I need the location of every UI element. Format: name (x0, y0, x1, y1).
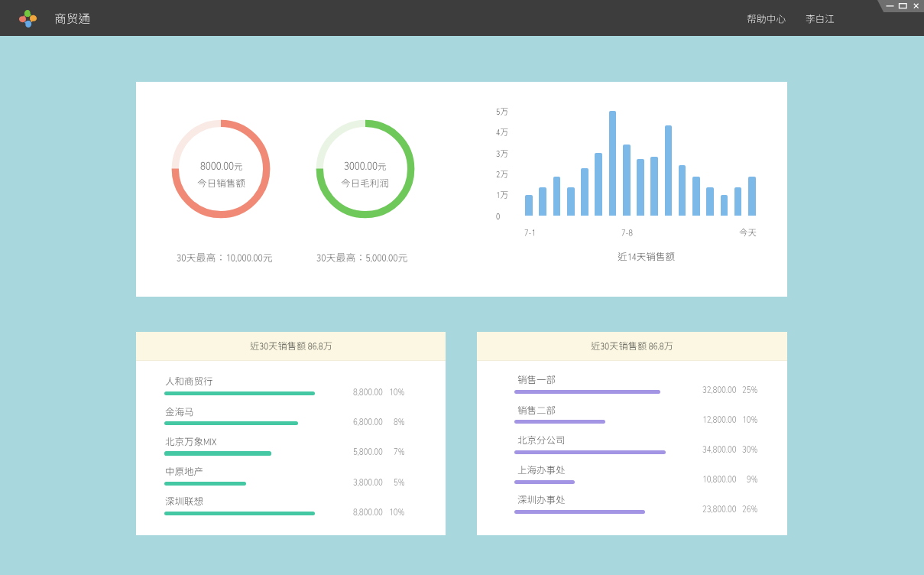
trend-bar (539, 187, 546, 216)
user-name[interactable]: 李白江 (806, 14, 835, 24)
ranking-bar (164, 482, 246, 486)
department-row-value: 10,800.00 (702, 474, 737, 483)
y-axis-tick-5: 5万 (496, 107, 508, 115)
ranking-bar (164, 451, 271, 455)
customer-row-label: 中原地产 (165, 466, 203, 476)
trend-bar (595, 153, 602, 216)
gauge-sales-caption: 今日销售额 (197, 178, 245, 188)
x-axis-tick-2: 今天 (739, 228, 757, 237)
gauge-sales-footnote: 30天最高：10,000.00元 (177, 252, 273, 262)
department-row-label: 北京分公司 (517, 435, 566, 445)
department-row-percent: 9% (747, 474, 758, 483)
department-row-value: 34,800.00 (702, 444, 737, 453)
trend-bar (525, 195, 533, 216)
department-row-percent: 30% (742, 444, 757, 453)
customer-card-title: 近30天销售额 86.8万 (250, 341, 332, 351)
department-row-percent: 26% (742, 504, 757, 513)
department-row-label: 上海办事处 (517, 465, 566, 475)
window-controls (877, 0, 924, 12)
gauge-profit-value: 3000.00元 (344, 160, 387, 171)
y-axis-tick-2: 2万 (496, 170, 508, 178)
app-title: 商贸通 (54, 12, 90, 24)
department-row-value: 23,800.00 (702, 504, 737, 513)
department-ranking-card (477, 332, 787, 535)
trend-bar (581, 168, 588, 216)
trend-bar (623, 145, 631, 216)
maximize-button[interactable] (900, 4, 907, 8)
department-row-percent: 10% (742, 414, 757, 424)
customer-row-label: 深圳联想 (165, 496, 203, 506)
close-button[interactable] (914, 4, 919, 8)
trend-bar (650, 157, 658, 216)
trend-bar (665, 125, 673, 216)
app-window: {"titlebar":{"app_title":"商贸通","menu":[{… (0, 0, 924, 575)
customer-row-percent: 5% (394, 477, 405, 486)
customer-row-label: 人和商贸行 (165, 376, 213, 386)
ranking-bar (514, 420, 605, 424)
department-row-value: 32,800.00 (702, 385, 737, 394)
department-row-label: 深圳办事处 (517, 495, 566, 505)
customer-row-value: 8,800.00 (353, 387, 383, 396)
department-row-label: 销售二部 (517, 405, 556, 415)
trend-bar (706, 187, 714, 216)
gauge-sales-value: 8000.00元 (200, 160, 243, 171)
customer-row-percent: 10% (389, 507, 404, 516)
trend-bar (637, 159, 644, 216)
department-row-percent: 25% (742, 385, 757, 394)
customer-row-label: 北京万象MIX (165, 437, 216, 447)
customer-row-value: 5,800.00 (353, 447, 383, 456)
customer-row-percent: 10% (389, 387, 404, 396)
department-card-title: 近30天销售额 86.8万 (591, 341, 673, 351)
trend-bar (692, 177, 700, 216)
trend-bar (679, 165, 686, 216)
customer-row-value: 6,800.00 (353, 417, 383, 426)
y-axis-tick-0: 0 (496, 212, 500, 220)
trend-chart-caption: 近14天销售额 (618, 252, 675, 262)
customer-row-value: 3,800.00 (353, 477, 383, 486)
ranking-bar (514, 450, 666, 454)
ranking-bar (164, 512, 315, 515)
customer-row-value: 8,800.00 (353, 507, 383, 516)
ranking-bar (514, 480, 575, 484)
overview-card (136, 82, 787, 297)
trend-bar (734, 187, 742, 216)
ranking-bar (164, 391, 315, 395)
ranking-bar (164, 421, 298, 425)
y-axis-tick-4: 4万 (496, 128, 508, 136)
ranking-bar (514, 510, 645, 514)
gauge-profit-footnote: 30天最高：5,000.00元 (316, 252, 408, 262)
customer-row-percent: 7% (394, 447, 405, 456)
x-axis-tick-0: 7-1 (524, 228, 536, 237)
trend-bar (748, 177, 756, 216)
app-logo-icon (19, 10, 37, 28)
y-axis-tick-1: 1万 (496, 190, 508, 199)
trend-bar (553, 177, 561, 216)
trend-bar (609, 111, 617, 216)
help-center-link[interactable]: 帮助中心 (747, 14, 786, 24)
trend-bar (721, 195, 728, 216)
ranking-bar (514, 390, 660, 394)
trend-bar (567, 187, 575, 216)
gauge-profit-caption: 今日毛利润 (341, 178, 389, 188)
department-row-value: 12,800.00 (702, 414, 737, 424)
y-axis-tick-3: 3万 (496, 149, 508, 158)
x-axis-tick-1: 7-8 (621, 228, 633, 237)
department-row-label: 销售一部 (517, 375, 556, 385)
customer-row-percent: 8% (394, 417, 405, 426)
customer-row-label: 金海马 (165, 407, 194, 417)
